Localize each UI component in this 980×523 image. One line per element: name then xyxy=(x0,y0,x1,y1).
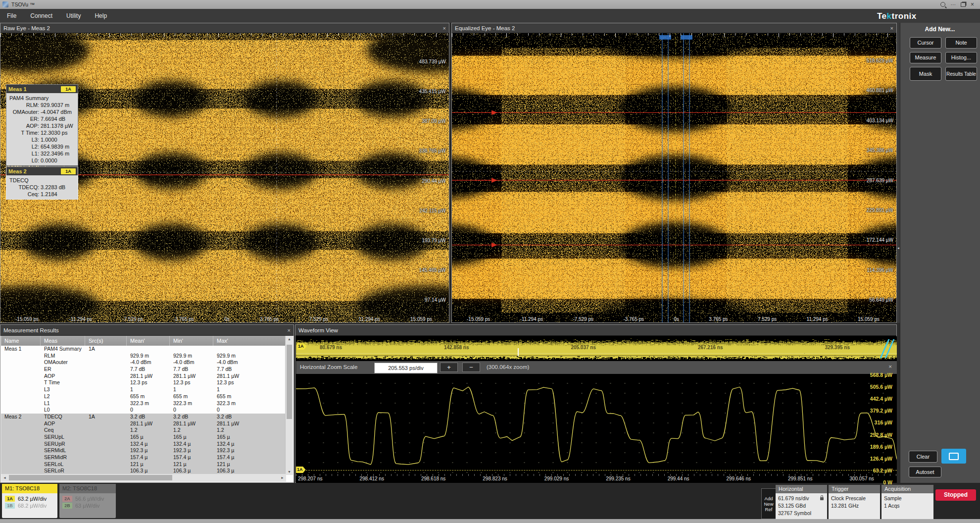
table-row[interactable]: L2 655 m 655 m655 m xyxy=(1,393,286,400)
table-row[interactable]: Ceq 1.2 1.21.2 xyxy=(1,427,286,434)
add-new-ref-button[interactable]: AddNewRef xyxy=(761,488,776,519)
add-results-table-button[interactable]: Results Table xyxy=(945,67,977,81)
y-tick-label: 193.79 µW xyxy=(422,238,446,243)
zoom-scale-input[interactable] xyxy=(374,363,438,373)
module1-tab[interactable]: M1: TSO8C18 xyxy=(2,484,57,493)
scrollbar-thumb[interactable] xyxy=(287,345,292,419)
results-title: Measurement Results xyxy=(3,327,59,333)
results-vertical-scrollbar[interactable]: ▲ ▼ xyxy=(285,336,293,475)
zoom-in-button[interactable]: + xyxy=(440,363,458,372)
module2-channels[interactable]: 2A 56.6 µW/div 2B 63 µW/div xyxy=(59,493,116,518)
scroll-right-icon[interactable]: ► xyxy=(281,476,284,479)
module1-channels[interactable]: 1A 63.2 µW/div 1B 68.2 µW/div xyxy=(2,493,57,518)
close-window-icon[interactable]: × xyxy=(971,1,974,8)
table-row[interactable]: L1 322.3 m 322.3 m322.3 m xyxy=(1,400,286,407)
window-controls: ··· × xyxy=(940,0,974,9)
table-row[interactable]: AOP 281.1 µW 281.1 µW281.1 µW xyxy=(1,420,286,427)
zoom-tool-icon[interactable] xyxy=(940,2,945,7)
table-row[interactable]: L3 1 11 xyxy=(1,386,286,393)
scrollbar-thumb[interactable] xyxy=(9,475,172,480)
autoset-button[interactable]: Autoset xyxy=(909,467,941,477)
results-close-icon[interactable]: × xyxy=(288,325,291,336)
meas1-readout: T Time:12.3030 ps xyxy=(7,129,77,136)
y-tick-label: 442.4 µW xyxy=(870,396,892,402)
menu-item[interactable]: Help xyxy=(88,9,114,23)
lock-icon xyxy=(820,497,824,500)
meas2-readout: Ceq:1.2184 xyxy=(7,191,77,198)
table-row[interactable]: SERMidL 192.3 µ 192.3 µ192.3 µ xyxy=(1,447,286,454)
meas2-source-badge: 1A xyxy=(61,168,76,174)
channel-row[interactable]: 1B 68.2 µW/div xyxy=(2,502,57,509)
equalized-eye-diagram[interactable]: 518.629 µW460.881 µW403.134 µW345.386 µW… xyxy=(452,33,896,322)
x-tick-label: -7.529 ps xyxy=(122,316,143,322)
horizontal-settings[interactable]: 61.679 ns/div 53.125 GBd 32767 Symbol xyxy=(776,493,827,519)
results-horizontal-scrollbar[interactable]: ◄ ► xyxy=(1,474,286,482)
acquisition-settings[interactable]: Sample 1 Acqs xyxy=(882,493,933,519)
table-row[interactable]: Meas 2TDECQ 1A3.2 dB 3.2 dB3.2 dB xyxy=(1,414,286,420)
column-header[interactable]: Meas xyxy=(41,336,85,346)
column-header[interactable]: Name xyxy=(1,336,41,346)
column-header[interactable]: Min' xyxy=(170,336,213,346)
column-header[interactable]: Mean' xyxy=(127,336,170,346)
trigger-settings[interactable]: Clock Prescale 13.281 GHz xyxy=(829,493,880,519)
menu-item[interactable]: Utility xyxy=(59,9,88,23)
zoom-out-button[interactable]: − xyxy=(462,363,480,372)
trigger-header: Trigger xyxy=(829,485,880,493)
raw-eye-title-bar[interactable]: Raw Eye - Meas 2 × xyxy=(0,23,449,33)
add-cursor-button[interactable]: Cursor xyxy=(910,37,941,49)
table-row[interactable]: SERUpL 165 µ 165 µ165 µ xyxy=(1,434,286,441)
menu-item[interactable]: Connect xyxy=(23,9,59,23)
column-header[interactable]: Src(s) xyxy=(85,336,127,346)
add-mask-button[interactable]: Mask xyxy=(910,67,941,81)
add-measure-button[interactable]: Measure xyxy=(910,52,941,63)
table-row[interactable]: SERMidR 157.4 µ 157.4 µ157.4 µ xyxy=(1,454,286,461)
table-row[interactable]: RLM 929.9 m 929.9 m929.9 m xyxy=(1,353,286,360)
meas2-result-panel[interactable]: Meas 2 1A TDECQ TDECQ:3.2283 dBCeq:1.218… xyxy=(6,166,78,200)
table-row[interactable]: ER 7.7 dB 7.7 dB7.7 dB xyxy=(1,366,286,373)
screenshot-button[interactable] xyxy=(941,449,966,464)
y-tick-label: 338.765 µW xyxy=(419,148,446,154)
add-note-button[interactable]: Note xyxy=(945,37,977,49)
channel-row[interactable]: 2B 63 µW/div xyxy=(59,502,116,509)
table-row[interactable]: AOP 281.1 µW 281.1 µW281.1 µW xyxy=(1,373,286,380)
waveform-title-bar[interactable]: Waveform View xyxy=(295,325,896,336)
table-row[interactable]: OMAouter -4.0 dBm -4.0 dBm-4.0 dBm xyxy=(1,359,286,366)
meas1-result-panel[interactable]: Meas 1 1A PAM4 Summary RLM:929.9037 mOMA… xyxy=(6,84,78,166)
equalized-eye-title-bar[interactable]: Equalized Eye - Meas 2 × xyxy=(452,23,896,33)
menu-item[interactable]: File xyxy=(0,9,23,23)
table-row[interactable]: SERLoR 106.3 µ 106.3 µ106.3 µ xyxy=(1,468,286,474)
meas2-summary: TDECQ xyxy=(7,177,77,184)
add-histogram-button[interactable]: Histog... xyxy=(945,52,977,63)
waveform-view-panel: Waveform View 80.679 ns142.858 ns205.037… xyxy=(295,324,897,483)
meas1-readout: ER:7.6694 dB xyxy=(7,115,77,122)
zoomed-waveform-graph[interactable]: 1A xyxy=(296,374,897,474)
table-row[interactable]: L0 0 00 xyxy=(1,407,286,414)
table-row[interactable]: Meas 1PAM4 Summary 1A xyxy=(1,346,286,353)
scroll-up-icon[interactable]: ▲ xyxy=(288,337,291,341)
zoom-view-close-icon[interactable]: × xyxy=(888,364,892,369)
app-icon xyxy=(2,1,8,7)
column-header[interactable]: Max' xyxy=(213,336,286,346)
scroll-left-icon[interactable]: ◄ xyxy=(3,476,6,479)
channel-row[interactable]: 2A 56.6 µW/div xyxy=(59,495,116,502)
table-row[interactable]: T Time 12.3 ps 12.3 ps12.3 ps xyxy=(1,379,286,386)
scroll-down-icon[interactable]: ▼ xyxy=(288,470,291,473)
module2-tab[interactable]: M2: TSO8C18 xyxy=(59,484,116,493)
table-row[interactable]: SERLoL 121 µ 121 µ121 µ xyxy=(1,461,286,468)
waveform-x-axis: 298.207 ns298.412 ns298.618 ns298.823 ns… xyxy=(298,476,874,481)
waveform-overview-strip[interactable]: 80.679 ns142.858 ns205.037 ns267.216 ns3… xyxy=(296,336,897,361)
equalized-eye-close-icon[interactable]: × xyxy=(890,23,893,33)
channel-row[interactable]: 1A 63.2 µW/div xyxy=(2,495,57,502)
more-options-icon[interactable]: ··· xyxy=(950,1,956,7)
table-row[interactable]: SERUpR 132.4 µ 132.4 µ132.4 µ xyxy=(1,441,286,448)
stopped-run-button[interactable]: Stopped xyxy=(935,489,976,501)
equalized-eye-plot xyxy=(452,33,896,322)
results-title-bar[interactable]: Measurement Results × xyxy=(0,325,294,336)
meas1-summary: PAM4 Summary xyxy=(7,95,77,102)
horizontal-scale: 61.679 ns/div xyxy=(778,495,825,502)
trigger-position-marker[interactable] xyxy=(518,348,519,356)
meas1-source-badge: 1A xyxy=(61,86,76,92)
restore-window-icon[interactable] xyxy=(961,2,966,7)
raw-eye-close-icon[interactable]: × xyxy=(443,23,446,33)
clear-button[interactable]: Clear xyxy=(909,451,937,463)
